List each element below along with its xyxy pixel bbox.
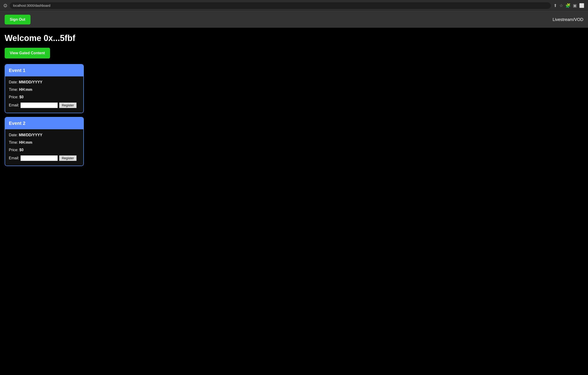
url-bar[interactable]: localhost:3000/dashboard — [10, 2, 551, 9]
sign-out-button[interactable]: Sign Out — [5, 15, 31, 24]
window-icon[interactable]: ⬜ — [579, 3, 584, 8]
tab-icon[interactable]: ▣ — [573, 3, 577, 8]
event-1-price: Price: $0 — [9, 95, 80, 99]
event-2-price-value: $0 — [19, 148, 23, 152]
browser-chrome: i localhost:3000/dashboard ⬆ ☆ 🧩 ▣ ⬜ — [0, 0, 588, 11]
event-2-time: Time: HH:mm — [9, 140, 80, 145]
share-icon[interactable]: ⬆ — [554, 3, 557, 8]
event-1-date-label: Date: — [9, 80, 19, 84]
event-2-email-row: Email: Register — [9, 155, 80, 161]
event-card-1-header: Event 1 — [5, 64, 83, 76]
info-icon: i — [4, 4, 7, 7]
main-content: Welcome 0x...5fbf View Gated Content Eve… — [0, 28, 588, 172]
url-text: localhost:3000/dashboard — [13, 4, 50, 8]
event-card-2: Event 2 Date: MM/DD/YYYY Time: HH:mm Pri… — [5, 117, 84, 166]
browser-actions: ⬆ ☆ 🧩 ▣ ⬜ — [554, 3, 584, 8]
nav-livestream-vod[interactable]: Livestream/VOD — [553, 17, 583, 22]
event-card-1: Event 1 Date: MM/DD/YYYY Time: HH:mm Pri… — [5, 64, 84, 113]
event-1-time-value: HH:mm — [19, 87, 32, 92]
event-card-1-body: Date: MM/DD/YYYY Time: HH:mm Price: $0 E… — [5, 76, 83, 113]
event-2-price-label: Price: — [9, 148, 19, 152]
event-2-date-value: MM/DD/YYYY — [19, 133, 42, 137]
event-1-title: Event 1 — [9, 68, 25, 73]
event-2-price: Price: $0 — [9, 148, 80, 152]
event-1-register-button[interactable]: Register — [59, 103, 76, 108]
extensions-icon[interactable]: 🧩 — [566, 3, 571, 8]
event-2-time-value: HH:mm — [19, 140, 32, 144]
event-card-2-header: Event 2 — [5, 118, 83, 129]
events-container: Event 1 Date: MM/DD/YYYY Time: HH:mm Pri… — [5, 64, 583, 166]
event-1-price-value: $0 — [19, 95, 23, 99]
event-1-time: Time: HH:mm — [9, 87, 80, 92]
event-1-email-input[interactable] — [21, 103, 58, 108]
event-1-date: Date: MM/DD/YYYY — [9, 80, 80, 84]
event-1-email-row: Email: Register — [9, 103, 80, 108]
app-header: Sign Out Livestream/VOD — [0, 11, 588, 28]
view-gated-content-button[interactable]: View Gated Content — [5, 48, 50, 58]
event-1-time-label: Time: — [9, 87, 19, 92]
welcome-heading: Welcome 0x...5fbf — [5, 33, 583, 43]
bookmark-icon[interactable]: ☆ — [559, 3, 563, 8]
event-2-time-label: Time: — [9, 140, 19, 144]
event-2-title: Event 2 — [9, 121, 25, 126]
event-2-register-button[interactable]: Register — [59, 155, 76, 161]
event-2-date-label: Date: — [9, 133, 19, 137]
event-1-price-label: Price: — [9, 95, 19, 99]
event-1-email-label: Email: — [9, 103, 19, 107]
event-2-date: Date: MM/DD/YYYY — [9, 133, 80, 137]
event-card-2-body: Date: MM/DD/YYYY Time: HH:mm Price: $0 E… — [5, 129, 83, 166]
event-2-email-input[interactable] — [21, 155, 58, 161]
event-2-email-label: Email: — [9, 156, 19, 160]
event-1-date-value: MM/DD/YYYY — [19, 80, 42, 84]
